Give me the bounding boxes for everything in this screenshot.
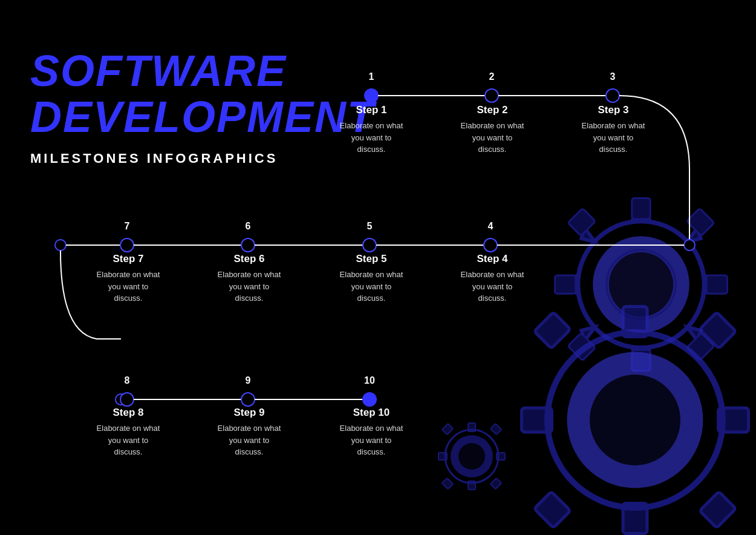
svg-rect-6 [568, 208, 596, 236]
step-2-content: Step 2 Elaborate on whatyou want todiscu… [456, 104, 529, 156]
step-9-title: Step 9 [213, 407, 285, 419]
svg-rect-32 [490, 478, 501, 489]
step-6-title: Step 6 [213, 253, 285, 265]
svg-rect-19 [700, 312, 736, 349]
step-9-content: Step 9 Elaborate on whatyou want todiscu… [213, 407, 285, 458]
step-8-desc: Elaborate on whatyou want todiscuss. [92, 422, 165, 458]
svg-text:4: 4 [488, 221, 494, 231]
svg-text:9: 9 [246, 375, 251, 386]
svg-rect-31 [442, 478, 453, 489]
svg-text:8: 8 [125, 375, 130, 386]
svg-point-37 [485, 89, 498, 102]
step-7-desc: Elaborate on whatyou want todiscuss. [92, 269, 165, 304]
step-8-content: Step 8 Elaborate on whatyou want todiscu… [92, 407, 165, 458]
svg-point-54 [484, 238, 497, 252]
svg-text:10: 10 [364, 375, 375, 386]
svg-rect-20 [534, 491, 570, 528]
svg-point-43 [55, 240, 66, 251]
step-10-desc: Elaborate on whatyou want todiscuss. [335, 422, 408, 458]
svg-rect-29 [442, 424, 453, 435]
step-4-title: Step 4 [456, 253, 529, 265]
subtitle: MILESTONES INFOGRAPHICS [30, 151, 375, 166]
svg-rect-30 [490, 424, 501, 435]
step-4-content: Step 4 Elaborate on whatyou want todiscu… [456, 253, 529, 304]
step-7-content: Step 7 Elaborate on whatyou want todiscu… [92, 253, 165, 304]
step-1-desc: Elaborate on whatyou want todiscuss. [335, 120, 408, 156]
svg-text:2: 2 [489, 71, 495, 82]
step-10-title: Step 10 [335, 407, 408, 419]
step-5-title: Step 5 [335, 253, 408, 265]
svg-point-13 [590, 375, 680, 465]
svg-point-40 [606, 89, 619, 102]
svg-text:3: 3 [610, 71, 616, 82]
step-1-title: Step 1 [335, 104, 408, 116]
step-9-desc: Elaborate on whatyou want todiscuss. [213, 422, 285, 458]
svg-point-45 [120, 238, 134, 252]
svg-point-51 [363, 238, 376, 252]
svg-point-48 [241, 238, 255, 252]
step-3-title: Step 3 [577, 104, 650, 116]
title-area: SOFTWARE DEVELOPMENT MILESTONES INFOGRAP… [30, 48, 375, 166]
svg-rect-7 [686, 208, 714, 236]
step-5-desc: Elaborate on whatyou want todiscuss. [335, 269, 408, 304]
svg-point-57 [116, 394, 126, 405]
step-2-title: Step 2 [456, 104, 529, 116]
step-10-content: Step 10 Elaborate on whatyou want todisc… [335, 407, 408, 458]
step-6-desc: Elaborate on whatyou want todiscuss. [213, 269, 285, 304]
main-container: SOFTWARE DEVELOPMENT MILESTONES INFOGRAP… [0, 0, 756, 535]
svg-rect-2 [632, 199, 650, 219]
step-2-desc: Elaborate on whatyou want todiscuss. [456, 120, 529, 156]
svg-text:7: 7 [125, 221, 130, 231]
svg-text:6: 6 [246, 221, 251, 231]
gear-decoration-small [411, 396, 532, 517]
step-3-content: Step 3 Elaborate on whatyou want todiscu… [577, 104, 650, 156]
step-3-desc: Elaborate on whatyou want todiscuss. [577, 120, 650, 156]
svg-point-62 [241, 393, 255, 406]
svg-rect-21 [700, 491, 736, 528]
step-5-content: Step 5 Elaborate on whatyou want todiscu… [335, 253, 408, 304]
svg-text:5: 5 [367, 221, 373, 231]
main-title: SOFTWARE DEVELOPMENT [30, 48, 375, 140]
step-4-desc: Elaborate on whatyou want todiscuss. [456, 269, 529, 304]
step-1-content: Step 1 Elaborate on whatyou want todiscu… [335, 104, 408, 156]
svg-point-65 [363, 393, 376, 406]
step-6-content: Step 6 Elaborate on whatyou want todiscu… [213, 253, 285, 304]
svg-rect-18 [534, 312, 570, 349]
step-7-title: Step 7 [92, 253, 165, 265]
svg-point-24 [458, 443, 485, 470]
svg-point-59 [120, 393, 134, 406]
step-8-title: Step 8 [92, 407, 165, 419]
